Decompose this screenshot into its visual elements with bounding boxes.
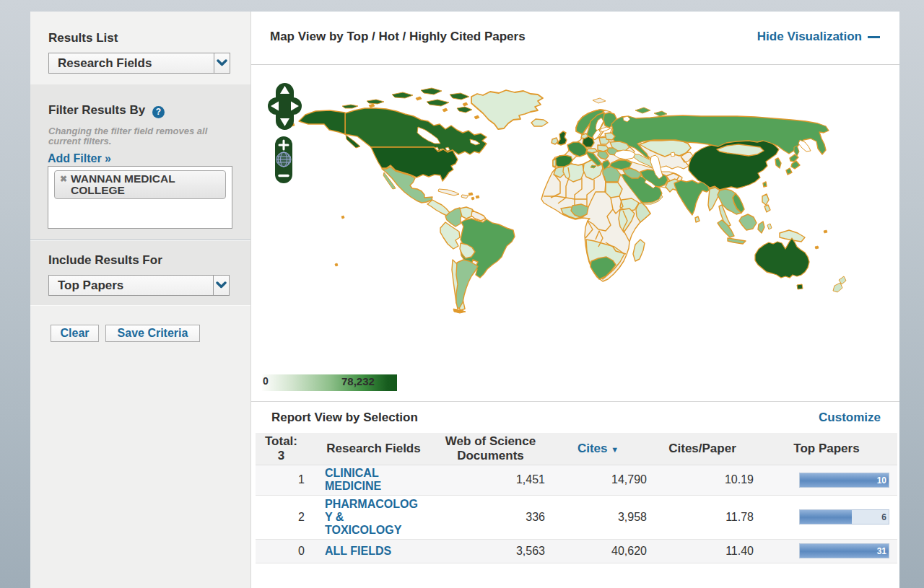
svg-text:78,232: 78,232 [341, 375, 375, 387]
svg-text:0: 0 [263, 375, 269, 387]
